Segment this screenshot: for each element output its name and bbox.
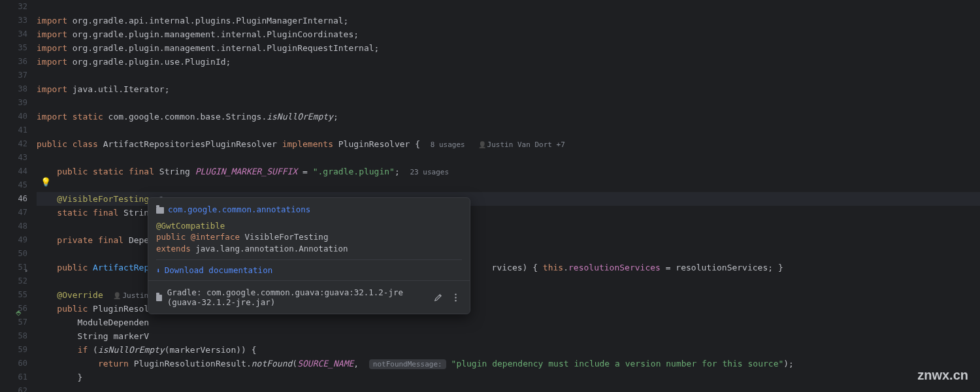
package-link[interactable]: com.google.common.annotations bbox=[156, 204, 310, 214]
code-line[interactable]: import java.util.Iterator; bbox=[37, 82, 980, 96]
svg-point-2 bbox=[455, 299, 456, 301]
line-number: 37 bbox=[0, 69, 27, 82]
line-number: 51 bbox=[0, 261, 27, 274]
code-line[interactable] bbox=[37, 384, 980, 392]
line-number: 58 bbox=[0, 329, 27, 343]
package-name: com.google.common.annotations bbox=[168, 204, 310, 214]
line-number: 32 bbox=[0, 0, 27, 14]
line-number: 42 bbox=[0, 137, 27, 151]
line-number: 57 bbox=[0, 316, 27, 329]
code-line[interactable]: if (isNullOrEmpty(markerVersion)) { bbox=[37, 343, 980, 357]
line-number: 40 bbox=[0, 110, 27, 123]
code-line[interactable]: ModuleDependen bbox=[37, 316, 980, 329]
line-number: 34 bbox=[0, 27, 27, 41]
line-number: 35 bbox=[0, 41, 27, 55]
folder-icon bbox=[156, 207, 164, 214]
line-number: 61 bbox=[0, 370, 27, 384]
library-label: Gradle: com.google.common.guava:guava:32… bbox=[167, 287, 421, 307]
library-icon bbox=[156, 295, 162, 301]
code-line[interactable]: import org.gradle.plugin.management.inte… bbox=[37, 27, 980, 41]
code-line[interactable] bbox=[37, 178, 980, 192]
signature-block: @GwtCompatible public @interface Visible… bbox=[156, 220, 462, 255]
line-number: 60 bbox=[0, 357, 27, 370]
edit-source-icon[interactable] bbox=[432, 291, 444, 304]
override-gutter-icon[interactable]: ⬘ bbox=[16, 307, 21, 318]
line-number: 48 bbox=[0, 220, 27, 233]
code-line[interactable] bbox=[37, 96, 980, 110]
line-number: 33 bbox=[0, 14, 27, 27]
line-number: 50 bbox=[0, 247, 27, 261]
line-number: 46 bbox=[0, 192, 27, 206]
line-number: 36 bbox=[0, 55, 27, 69]
code-line[interactable]: public class ArtifactRepositoriesPluginR… bbox=[37, 137, 980, 151]
line-number: 59 bbox=[0, 343, 27, 357]
line-number: 41 bbox=[0, 123, 27, 137]
line-number: 45 bbox=[0, 178, 27, 192]
svg-point-0 bbox=[455, 293, 456, 295]
code-editor[interactable]: 3233343536373839404142434445464748495051… bbox=[0, 0, 980, 392]
code-line[interactable] bbox=[37, 0, 980, 14]
code-line[interactable]: import org.gradle.plugin.management.inte… bbox=[37, 41, 980, 55]
line-number: 52 bbox=[0, 274, 27, 288]
code-line[interactable]: return PluginResolutionResult.notFound(S… bbox=[37, 357, 980, 370]
watermark: znwx.cn bbox=[917, 368, 968, 383]
line-number: 39 bbox=[0, 96, 27, 110]
line-number: 56 bbox=[0, 302, 27, 316]
svg-point-1 bbox=[455, 297, 456, 298]
code-line[interactable]: public static final String PLUGIN_MARKER… bbox=[37, 165, 980, 178]
popup-footer: Gradle: com.google.common.guava:guava:32… bbox=[148, 280, 470, 314]
code-line[interactable]: } bbox=[37, 370, 980, 384]
quick-doc-popup: com.google.common.annotations @GwtCompat… bbox=[148, 197, 470, 314]
code-line[interactable]: import org.gradle.api.internal.plugins.P… bbox=[37, 14, 980, 27]
line-number: 43 bbox=[0, 151, 27, 165]
line-number: 38 bbox=[0, 82, 27, 96]
code-line[interactable] bbox=[37, 151, 980, 165]
download-icon bbox=[156, 265, 161, 275]
line-number: 44 bbox=[0, 165, 27, 178]
code-area[interactable]: import org.gradle.api.internal.plugins.P… bbox=[34, 0, 980, 392]
line-number: 47 bbox=[0, 206, 27, 220]
download-documentation-link[interactable]: Download documentation bbox=[156, 265, 272, 275]
more-options-icon[interactable] bbox=[449, 291, 462, 304]
code-line[interactable]: String markerV bbox=[37, 329, 980, 343]
line-number: 55 bbox=[0, 288, 27, 302]
code-line[interactable]: import org.gradle.plugin.use.PluginId; bbox=[37, 55, 980, 69]
line-number: 62 bbox=[0, 384, 27, 392]
code-line[interactable] bbox=[37, 123, 980, 137]
line-number-gutter: 3233343536373839404142434445464748495051… bbox=[0, 0, 34, 392]
code-line[interactable]: import static com.google.common.base.Str… bbox=[37, 110, 980, 123]
intention-bulb-icon[interactable]: 💡 bbox=[41, 177, 51, 187]
fold-arrow-icon[interactable]: ▸ bbox=[25, 267, 28, 274]
line-number: 49 bbox=[0, 233, 27, 247]
code-line[interactable] bbox=[37, 69, 980, 82]
